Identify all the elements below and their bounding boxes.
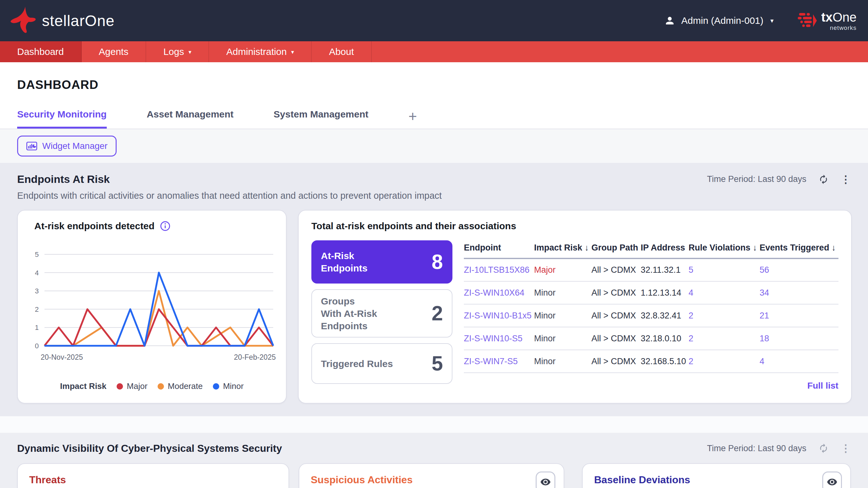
legend-item-minor: Minor xyxy=(213,381,244,391)
txone-icon xyxy=(798,12,817,29)
user-menu[interactable]: Admin (Admin-001) ▾ xyxy=(664,15,773,26)
widget-icon xyxy=(26,141,37,151)
tab-system-management[interactable]: System Management xyxy=(274,109,368,129)
tab-security-monitoring[interactable]: Security Monitoring xyxy=(17,109,107,129)
refresh-icon[interactable] xyxy=(818,174,829,185)
chart-legend: Impact Risk Major Moderate Minor xyxy=(28,381,276,391)
events-link[interactable]: 56 xyxy=(760,258,838,281)
nav-dashboard[interactable]: Dashboard xyxy=(0,41,82,62)
threats-title: Threats xyxy=(29,474,277,486)
suspicious-activities-card: Suspicious Activities xyxy=(299,463,564,488)
stat-triggered-rules[interactable]: Triggered Rules 5 xyxy=(311,343,453,384)
endpoint-link[interactable]: ZI-S-WIN10X64 xyxy=(464,281,534,304)
widget-manager-button[interactable]: Widget Manager xyxy=(17,136,117,157)
endpoints-at-risk-section: Endpoints At Risk Time Period: Last 90 d… xyxy=(0,163,868,416)
col-events-triggered[interactable]: Events Triggered ↓ xyxy=(760,240,838,258)
violations-link[interactable]: 2 xyxy=(688,304,760,327)
nav-logs[interactable]: Logs▾ xyxy=(146,41,209,62)
moderate-dot xyxy=(158,383,164,390)
stat-value: 5 xyxy=(431,352,443,375)
txone-logo: txOne networks xyxy=(798,11,857,31)
brand-tx: tx xyxy=(821,10,833,24)
dashboard-tabs: Security Monitoring Asset Management Sys… xyxy=(17,109,851,129)
table-row: ZI-S-WIN10X64 Minor All > CDMX 1.12.13.1… xyxy=(464,281,838,304)
endpoint-link[interactable]: ZI-S-WIN7-S5 xyxy=(464,350,534,373)
svg-text:0: 0 xyxy=(35,342,39,350)
stellarone-butterfly-icon xyxy=(9,4,37,37)
stat-at-risk-endpoints[interactable]: At-Risk Endpoints 8 xyxy=(311,240,453,284)
threats-card: Threats xyxy=(17,463,289,488)
time-period-label: Time Period: Last 90 days xyxy=(707,444,806,453)
time-period-label: Time Period: Last 90 days xyxy=(707,174,806,184)
at-risk-line-chart: 01234520-Nov-202520-Feb-2025 xyxy=(28,246,277,367)
events-link[interactable]: 18 xyxy=(760,327,838,350)
chevron-down-icon: ▾ xyxy=(771,17,774,25)
col-group-path[interactable]: Group Path xyxy=(592,240,641,258)
col-impact-risk[interactable]: Impact Risk ↓ xyxy=(534,240,592,258)
col-rule-violations[interactable]: Rule Violations ↓ xyxy=(688,240,760,258)
user-name: Admin (Admin-001) xyxy=(681,15,763,26)
section-subtitle: Endpoints with critical activities or an… xyxy=(17,191,851,201)
table-row: ZI-S-WIN10-B1x5 Minor All > CDMX 32.8.32… xyxy=(464,304,838,327)
chart-title: At-risk endpoints detected xyxy=(34,221,154,231)
brand-one: One xyxy=(832,10,857,24)
brand-networks: networks xyxy=(821,25,857,31)
events-link[interactable]: 4 xyxy=(760,350,838,373)
events-link[interactable]: 34 xyxy=(760,281,838,304)
baseline-deviations-title: Baseline Deviations xyxy=(594,474,839,486)
events-link[interactable]: 21 xyxy=(760,304,838,327)
add-tab-button[interactable]: + xyxy=(409,109,417,129)
kebab-menu-icon[interactable]: ⋮ xyxy=(841,173,851,186)
col-endpoint[interactable]: Endpoint xyxy=(464,240,534,258)
endpoint-link[interactable]: ZI-S-WIN10-S5 xyxy=(464,327,534,350)
associations-title: Total at-risk endpoints and their associ… xyxy=(311,221,838,231)
svg-text:3: 3 xyxy=(35,287,39,295)
section-gap xyxy=(0,416,868,433)
table-row: ZI-S-WIN7-S5 Minor All > CDMX 32.168.5.1… xyxy=(464,350,838,373)
kebab-menu-icon[interactable]: ⋮ xyxy=(841,442,851,454)
legend-item-major: Major xyxy=(117,381,148,391)
nav-agents[interactable]: Agents xyxy=(82,41,146,62)
col-ip-address[interactable]: IP Address xyxy=(641,240,689,258)
svg-text:5: 5 xyxy=(35,251,39,258)
dynamic-visibility-section: Dynamic Visibility Of Cyber-Physical Sys… xyxy=(0,433,868,488)
stellarone-logo: stellarOne xyxy=(9,4,115,37)
legend-title: Impact Risk xyxy=(60,381,106,391)
svg-text:20-Feb-2025: 20-Feb-2025 xyxy=(234,353,276,361)
svg-text:2: 2 xyxy=(35,305,39,313)
eye-icon[interactable] xyxy=(536,471,555,488)
suspicious-activities-title: Suspicious Activities xyxy=(311,474,552,486)
section-title: Dynamic Visibility Of Cyber-Physical Sys… xyxy=(17,443,282,454)
associations-card: Total at-risk endpoints and their associ… xyxy=(298,210,852,403)
nav-administration[interactable]: Administration▾ xyxy=(209,41,312,62)
legend-item-moderate: Moderate xyxy=(158,381,203,391)
endpoint-link[interactable]: ZI-10LTSB15X86 xyxy=(464,258,534,281)
chevron-down-icon: ▾ xyxy=(188,48,191,56)
stat-value: 2 xyxy=(431,302,443,325)
stat-groups-with-at-risk[interactable]: Groups With At-Risk Endpoints 2 xyxy=(311,289,453,337)
endpoint-link[interactable]: ZI-S-WIN10-B1x5 xyxy=(464,304,534,327)
nav-about[interactable]: About xyxy=(312,41,371,62)
info-icon[interactable] xyxy=(160,221,170,231)
full-list-link[interactable]: Full list xyxy=(464,381,838,391)
section-title: Endpoints At Risk xyxy=(17,173,110,186)
widget-band: Widget Manager xyxy=(0,129,868,163)
minor-dot xyxy=(213,383,219,390)
violations-link[interactable]: 4 xyxy=(688,281,760,304)
stat-value: 8 xyxy=(431,250,443,274)
page-title: DASHBOARD xyxy=(17,78,851,92)
baseline-deviations-card: Baseline Deviations xyxy=(582,463,851,488)
chevron-down-icon: ▾ xyxy=(291,48,294,56)
violations-link[interactable]: 5 xyxy=(688,258,760,281)
violations-link[interactable]: 2 xyxy=(688,327,760,350)
eye-icon[interactable] xyxy=(822,471,842,488)
at-risk-endpoints-table: Endpoint Impact Risk ↓ Group Path IP Add… xyxy=(464,240,838,373)
tab-asset-management[interactable]: Asset Management xyxy=(147,109,234,129)
major-dot xyxy=(117,383,123,390)
table-row: ZI-10LTSB15X86 Major All > CDMX 32.11.32… xyxy=(464,258,838,281)
svg-text:4: 4 xyxy=(35,269,39,277)
refresh-icon[interactable] xyxy=(818,443,829,453)
at-risk-endpoints-chart-card: At-risk endpoints detected 01234520-Nov-… xyxy=(17,210,286,403)
violations-link[interactable]: 2 xyxy=(688,350,760,373)
user-icon xyxy=(664,15,676,26)
